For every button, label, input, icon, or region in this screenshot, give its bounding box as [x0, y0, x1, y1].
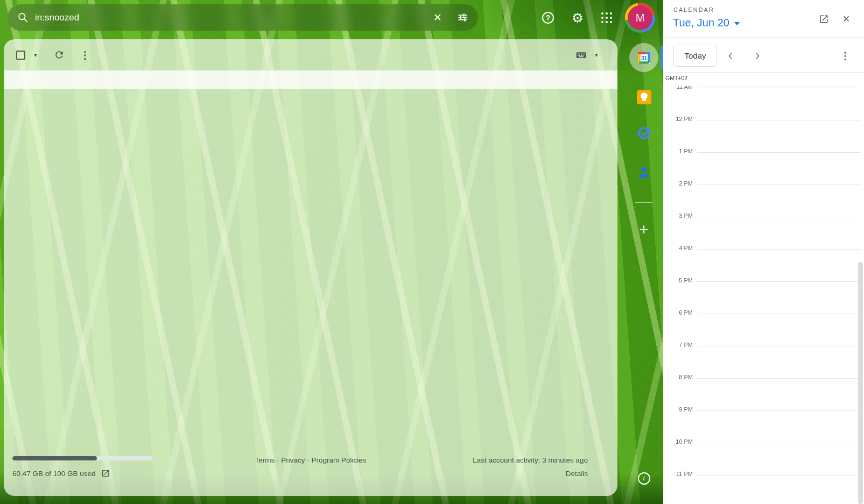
panel-options-kebab-icon[interactable]: ⋮	[836, 47, 854, 65]
account-avatar[interactable]: M	[625, 3, 655, 33]
terms-link[interactable]: Terms	[255, 456, 275, 464]
refresh-icon[interactable]	[51, 47, 67, 63]
get-addons-button[interactable]: +	[635, 221, 652, 238]
chevron-down-icon	[734, 22, 740, 25]
google-calendar-icon: 31	[637, 51, 651, 65]
google-keep-icon	[637, 90, 651, 104]
strip-divider	[635, 202, 652, 203]
calendar-panel-toolbar: Today ⋮	[663, 38, 864, 73]
chevron-right-icon	[753, 52, 762, 60]
date-label: Tue, Jun 20	[673, 17, 729, 29]
privacy-link[interactable]: Privacy	[281, 456, 305, 464]
sidepanel-keep-button[interactable]	[635, 88, 652, 105]
google-tasks-icon	[637, 126, 651, 140]
last-account-activity: Last account activity: 3 minutes ago	[473, 456, 588, 464]
hour-label: 3 PM	[663, 212, 693, 219]
help-button[interactable]: ?	[536, 6, 560, 30]
program-policies-link[interactable]: Program Policies	[312, 456, 367, 464]
hour-line	[697, 314, 861, 314]
hour-line	[697, 281, 861, 282]
apps-grid-icon	[601, 12, 612, 23]
hour-label: 4 PM	[663, 245, 693, 251]
more-options-icon[interactable]: ⋮	[77, 47, 93, 63]
hour-line	[697, 249, 861, 250]
plus-icon: +	[639, 221, 649, 239]
hour-line	[697, 346, 861, 346]
hour-label: 11 PM	[663, 471, 693, 477]
panel-scrollbar-thumb[interactable]	[858, 262, 863, 504]
mail-list-panel: ▾ ⋮ ▾ 60.47 GB of 100 GB used Terms · Pr…	[4, 39, 617, 496]
select-all-checkbox[interactable]	[12, 47, 29, 63]
hour-label: 12 PM	[663, 116, 693, 122]
chevron-left-icon	[726, 52, 735, 60]
open-calendar-in-new-tab-button[interactable]	[814, 10, 833, 28]
hour-line	[697, 120, 861, 120]
hour-label: 11 AM	[663, 86, 693, 90]
details-link[interactable]: Details	[566, 470, 588, 478]
info-icon: i	[638, 472, 650, 485]
next-day-button[interactable]	[748, 47, 767, 65]
hour-line	[697, 443, 861, 443]
hour-label: 9 PM	[663, 406, 693, 413]
search-bar: ✕	[8, 4, 478, 31]
help-icon: ?	[542, 12, 554, 24]
sidepanel-calendar-button[interactable]: 31	[635, 49, 652, 66]
google-apps-button[interactable]	[595, 6, 619, 30]
calendar-side-panel: CALENDAR Tue, Jun 20 ✕ Today ⋮ GMT+02 1	[663, 0, 864, 504]
hour-line	[697, 378, 861, 379]
previous-day-button[interactable]	[721, 47, 740, 65]
hour-line	[697, 184, 861, 185]
hour-label: 5 PM	[663, 277, 693, 283]
hour-label: 1 PM	[663, 148, 693, 154]
open-in-new-icon	[819, 14, 829, 24]
search-input[interactable]	[35, 12, 427, 23]
clear-search-icon[interactable]: ✕	[427, 8, 448, 28]
empty-message-row	[4, 70, 617, 89]
storage-used-label: 60.47 GB of 100 GB used	[12, 470, 96, 478]
separator: ·	[277, 456, 279, 464]
sidepanel-contacts-button[interactable]	[635, 164, 652, 181]
panel-title: CALENDAR	[673, 6, 714, 13]
hour-label: 10 PM	[663, 438, 693, 445]
hour-line	[697, 410, 861, 411]
settings-button[interactable]: ⚙	[566, 6, 589, 30]
date-selector[interactable]: Tue, Jun 20	[673, 17, 740, 29]
hour-label: 7 PM	[663, 342, 693, 348]
close-panel-button[interactable]: ✕	[837, 10, 855, 28]
google-contacts-icon	[637, 165, 651, 179]
search-icon[interactable]	[17, 12, 29, 23]
select-dropdown-icon[interactable]: ▾	[27, 47, 44, 63]
input-tools-dropdown-icon[interactable]: ▾	[588, 47, 605, 63]
hour-line	[697, 217, 861, 217]
hour-line	[697, 152, 861, 153]
hour-label: 6 PM	[663, 309, 693, 316]
close-icon: ✕	[842, 13, 850, 25]
hour-line	[697, 88, 861, 88]
hour-label: 2 PM	[663, 180, 693, 187]
mail-footer: 60.47 GB of 100 GB used Terms · Privacy …	[4, 431, 617, 496]
calendar-panel-header: CALENDAR Tue, Jun 20 ✕	[663, 0, 864, 38]
hour-label: 8 PM	[663, 374, 693, 380]
calendar-grid[interactable]: 11 AM12 PM1 PM2 PM3 PM4 PM5 PM6 PM7 PM8 …	[663, 86, 864, 504]
gear-icon: ⚙	[572, 11, 584, 25]
sidepanel-tasks-button[interactable]	[635, 124, 652, 141]
manage-storage-open-in-new-icon[interactable]	[101, 469, 110, 478]
svg-text:31: 31	[641, 55, 647, 61]
avatar-letter: M	[628, 5, 652, 30]
hour-line	[697, 475, 861, 475]
separator: ·	[307, 456, 310, 464]
input-tools-keyboard-icon[interactable]	[573, 47, 589, 63]
timezone-label: GMT+02	[665, 75, 687, 81]
search-filters-icon[interactable]	[452, 8, 473, 28]
today-button[interactable]: Today	[673, 45, 717, 67]
side-panel-info-button[interactable]: i	[635, 470, 652, 487]
mail-toolbar: ▾ ⋮ ▾	[4, 39, 617, 70]
